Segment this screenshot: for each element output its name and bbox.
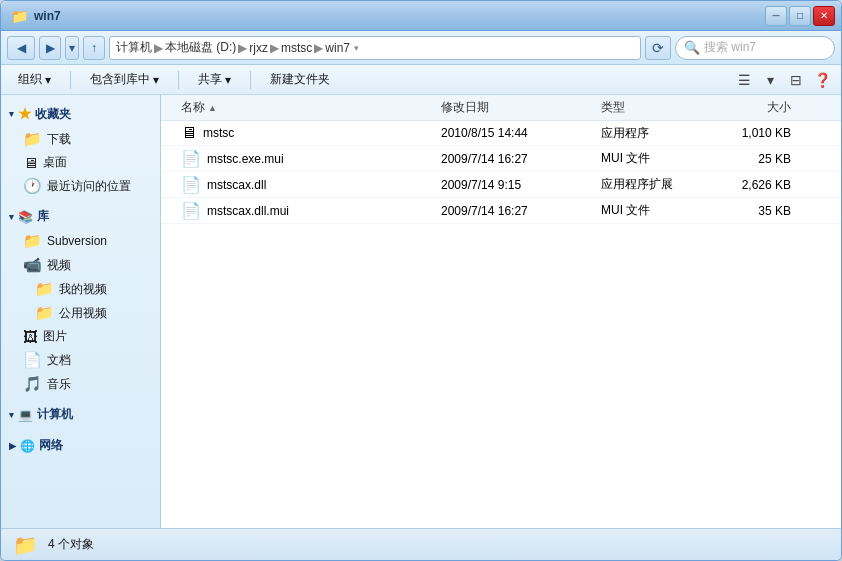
col-header-size[interactable]: 大小 [721, 99, 801, 116]
col-header-date[interactable]: 修改日期 [441, 99, 601, 116]
file-size: 35 KB [721, 204, 801, 218]
file-date: 2009/7/14 9:15 [441, 178, 601, 192]
name-sort-arrow: ▲ [208, 103, 217, 113]
public-video-icon: 📁 [35, 304, 54, 322]
sidebar-item-document[interactable]: 📄 文档 [1, 348, 160, 372]
music-label: 音乐 [47, 376, 71, 393]
search-box[interactable]: 🔍 搜索 win7 [675, 36, 835, 60]
add-to-library-button[interactable]: 包含到库中 ▾ [81, 69, 168, 91]
subversion-label: Subversion [47, 234, 107, 248]
sidebar-item-download[interactable]: 📁 下载 [1, 127, 160, 151]
title-bar: 📁 win7 ─ □ ✕ [1, 1, 841, 31]
sidebar-item-subversion[interactable]: 📁 Subversion [1, 229, 160, 253]
favorites-section: ▾ ★ 收藏夹 📁 下载 🖥 桌面 🕐 最近访问的位置 [1, 101, 160, 198]
sidebar-item-public-video[interactable]: 📁 公用视频 [1, 301, 160, 325]
file-size: 2,626 KB [721, 178, 801, 192]
computer-section: ▾ 💻 计算机 [1, 402, 160, 427]
path-sep-3: ▶ [270, 41, 279, 55]
maximize-button[interactable]: □ [789, 6, 811, 26]
file-rows-container: 🖥 mstsc 2010/8/15 14:44 应用程序 1,010 KB 📄 … [161, 121, 841, 224]
refresh-button[interactable]: ⟳ [645, 36, 671, 60]
path-dropdown-arrow: ▾ [354, 43, 359, 53]
close-button[interactable]: ✕ [813, 6, 835, 26]
file-date: 2009/7/14 16:27 [441, 152, 601, 166]
file-icon: 🖥 [181, 124, 197, 142]
col-header-name[interactable]: 名称 ▲ [161, 99, 441, 116]
sidebar-item-desktop[interactable]: 🖥 桌面 [1, 151, 160, 174]
organize-button[interactable]: 组织 ▾ [9, 69, 60, 91]
new-folder-label: 新建文件夹 [270, 71, 330, 88]
path-mstsc: mstsc [281, 41, 312, 55]
toolbar-right: ☰ ▾ ⊟ ❓ [733, 69, 833, 91]
organize-label: 组织 [18, 71, 42, 88]
file-row[interactable]: 📄 mstscax.dll 2009/7/14 9:15 应用程序扩展 2,62… [161, 172, 841, 198]
sidebar-item-music[interactable]: 🎵 音乐 [1, 372, 160, 396]
preview-pane-button[interactable]: ⊟ [785, 69, 807, 91]
network-section: ▶ 🌐 网络 [1, 433, 160, 458]
library-folder-icon: 📚 [18, 210, 33, 224]
col-header-type[interactable]: 类型 [601, 99, 721, 116]
desktop-label: 桌面 [43, 154, 67, 171]
file-date: 2009/7/14 16:27 [441, 204, 601, 218]
file-name: mstsc [203, 126, 234, 140]
recent-icon: 🕐 [23, 177, 42, 195]
minimize-button[interactable]: ─ [765, 6, 787, 26]
help-button[interactable]: ❓ [811, 69, 833, 91]
file-name: mstscax.dll.mui [207, 204, 289, 218]
status-text: 4 个对象 [48, 536, 94, 553]
path-sep-4: ▶ [314, 41, 323, 55]
toolbar-divider-2 [178, 71, 179, 89]
view-list-button[interactable]: ☰ [733, 69, 755, 91]
file-icon: 📄 [181, 149, 201, 168]
file-row[interactable]: 📄 mstscax.dll.mui 2009/7/14 16:27 MUI 文件… [161, 198, 841, 224]
file-icon: 📄 [181, 175, 201, 194]
network-label: 网络 [39, 437, 63, 454]
favorites-label: 收藏夹 [35, 106, 71, 123]
toolbar-divider-3 [250, 71, 251, 89]
network-header[interactable]: ▶ 🌐 网络 [1, 433, 160, 458]
my-video-label: 我的视频 [59, 281, 107, 298]
library-section: ▾ 📚 库 📁 Subversion 📹 视频 📁 我的视频 📁 [1, 204, 160, 396]
sidebar-item-recent[interactable]: 🕐 最近访问的位置 [1, 174, 160, 198]
forward-button[interactable]: ▶ [39, 36, 61, 60]
file-name: mstscax.dll [207, 178, 266, 192]
sidebar-item-my-video[interactable]: 📁 我的视频 [1, 277, 160, 301]
library-header[interactable]: ▾ 📚 库 [1, 204, 160, 229]
file-type: 应用程序 [601, 125, 721, 142]
file-row[interactable]: 🖥 mstsc 2010/8/15 14:44 应用程序 1,010 KB [161, 121, 841, 146]
library-arrow: ▾ [153, 73, 159, 87]
sidebar-item-picture[interactable]: 🖼 图片 [1, 325, 160, 348]
download-label: 下载 [47, 131, 71, 148]
public-video-label: 公用视频 [59, 305, 107, 322]
document-label: 文档 [47, 352, 71, 369]
back-button[interactable]: ◀ [7, 36, 35, 60]
path-rjxz: rjxz [249, 41, 268, 55]
path-win7: win7 [325, 41, 350, 55]
library-label: 库 [37, 208, 49, 225]
view-dropdown-button[interactable]: ▾ [759, 69, 781, 91]
history-dropdown-button[interactable]: ▾ [65, 36, 79, 60]
network-arrow: ▶ [9, 441, 16, 451]
computer-header[interactable]: ▾ 💻 计算机 [1, 402, 160, 427]
video-icon: 📹 [23, 256, 42, 274]
sidebar-item-video[interactable]: 📹 视频 [1, 253, 160, 277]
address-path[interactable]: 计算机 ▶ 本地磁盘 (D:) ▶ rjxz ▶ mstsc ▶ win7 ▾ [109, 36, 641, 60]
file-size: 25 KB [721, 152, 801, 166]
share-label: 共享 [198, 71, 222, 88]
window-controls: ─ □ ✕ [765, 6, 835, 26]
favorites-header[interactable]: ▾ ★ 收藏夹 [1, 101, 160, 127]
network-icon: 🌐 [20, 439, 35, 453]
file-type: 应用程序扩展 [601, 176, 721, 193]
new-folder-button[interactable]: 新建文件夹 [261, 69, 339, 91]
share-arrow: ▾ [225, 73, 231, 87]
favorites-arrow: ▾ [9, 109, 14, 119]
search-placeholder: 搜索 win7 [704, 39, 756, 56]
up-button[interactable]: ↑ [83, 36, 105, 60]
toolbar-divider-1 [70, 71, 71, 89]
path-sep-1: ▶ [154, 41, 163, 55]
toolbar: 组织 ▾ 包含到库中 ▾ 共享 ▾ 新建文件夹 ☰ ▾ ⊟ ❓ [1, 65, 841, 95]
share-button[interactable]: 共享 ▾ [189, 69, 240, 91]
file-row[interactable]: 📄 mstsc.exe.mui 2009/7/14 16:27 MUI 文件 2… [161, 146, 841, 172]
address-bar: ◀ ▶ ▾ ↑ 计算机 ▶ 本地磁盘 (D:) ▶ rjxz ▶ mstsc ▶… [1, 31, 841, 65]
picture-label: 图片 [43, 328, 67, 345]
